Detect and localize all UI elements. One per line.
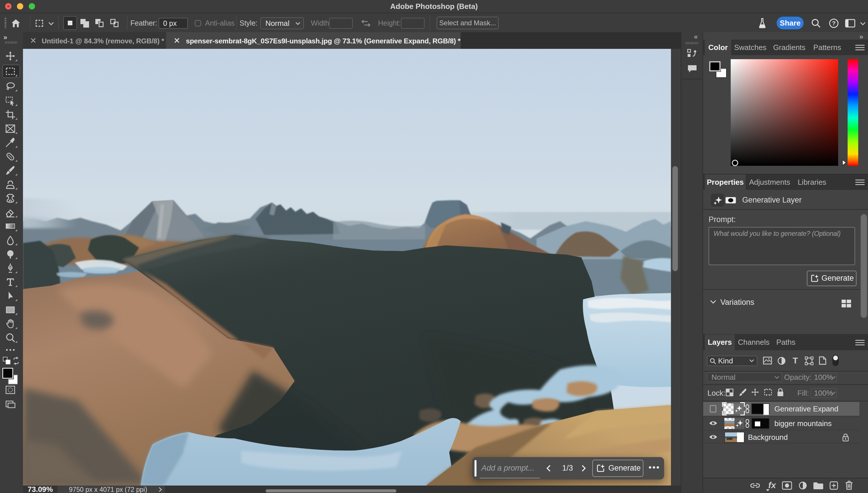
svg-text:?: ?	[832, 20, 836, 26]
